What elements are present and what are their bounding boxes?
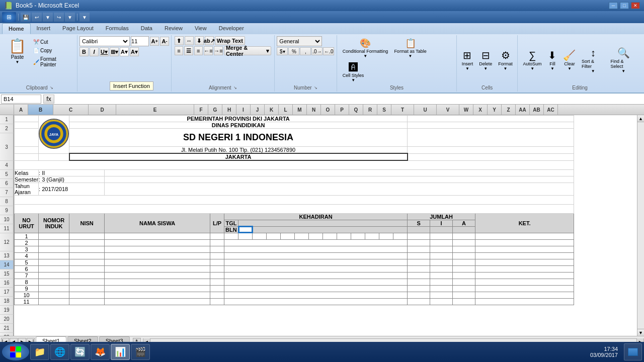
col-header-AC[interactable]: AC <box>544 105 558 115</box>
row-num-5[interactable]: 5 <box>0 170 14 179</box>
format-painter-button[interactable]: 🖌️Format Painter <box>31 55 74 68</box>
find-select-button[interactable]: 🔍 Find & Select ▼ <box>608 45 639 75</box>
row-num-6[interactable]: 6 <box>0 179 14 188</box>
cell-T21[interactable] <box>408 272 430 279</box>
cell-C23[interactable] <box>69 285 105 292</box>
align-top-button[interactable]: ⬆ <box>175 36 184 45</box>
tab-data[interactable]: Data <box>135 23 158 34</box>
cell-A9[interactable]: Tahun Ajaran <box>15 183 39 195</box>
cell-G25[interactable] <box>224 298 408 305</box>
cell-H15[interactable] <box>238 233 253 239</box>
cell-rest-9[interactable] <box>105 183 574 195</box>
format-as-table-button[interactable]: 📋 Format as Table ▼ <box>391 36 429 60</box>
tab-review[interactable]: Review <box>158 23 189 34</box>
col-header-N[interactable]: N <box>307 105 321 115</box>
cell-U24[interactable] <box>430 292 453 298</box>
row-num-13[interactable]: 13 <box>0 251 14 260</box>
font-color-button[interactable]: A▾ <box>130 47 139 56</box>
increase-indent-button[interactable]: →≡ <box>214 46 223 55</box>
cell-F16[interactable] <box>210 239 224 246</box>
row-num-19[interactable]: 19 <box>0 306 14 315</box>
cell-A2[interactable] <box>15 122 39 129</box>
cell-U19[interactable] <box>430 259 453 265</box>
row-num-17[interactable]: 17 <box>0 288 14 297</box>
cell-F18[interactable] <box>210 252 224 259</box>
cell-F21[interactable] <box>210 272 224 279</box>
comma-button[interactable]: , <box>300 47 311 55</box>
font-family-select[interactable]: Calibri <box>79 36 130 46</box>
col-header-U[interactable]: U <box>414 105 437 115</box>
fill-color-button[interactable]: A▾ <box>120 47 129 56</box>
cell-W20[interactable] <box>475 265 574 272</box>
cell-W15[interactable] <box>475 233 574 239</box>
cell-T1[interactable] <box>408 116 574 122</box>
cell-F20[interactable] <box>210 265 224 272</box>
cell-N15[interactable] <box>323 233 337 239</box>
cell-U16[interactable] <box>430 239 453 246</box>
cell-G15[interactable] <box>224 233 238 239</box>
cell-O15[interactable] <box>337 233 351 239</box>
underline-button[interactable]: U▾ <box>100 47 109 56</box>
cell-V22[interactable] <box>453 279 475 285</box>
cell-B5[interactable] <box>39 153 69 160</box>
cell-B12-nomor-induk[interactable]: NOMOR INDUK <box>39 213 69 233</box>
col-header-B[interactable]: B <box>28 105 53 115</box>
customize-qat[interactable]: ▼ <box>79 13 90 22</box>
wrap-text-button[interactable]: Wrap Text <box>215 36 245 45</box>
cell-G12-kehadiran[interactable]: KEHADIRAN <box>224 213 408 220</box>
cell-T2[interactable] <box>408 122 574 129</box>
cell-U14[interactable] <box>430 226 453 233</box>
align-center-button[interactable]: ☰ <box>184 46 193 55</box>
cell-B19[interactable] <box>39 259 69 265</box>
cell-A22-no8[interactable]: 8 <box>15 279 39 285</box>
row-num-10[interactable]: 10 <box>0 215 14 224</box>
cell-W18[interactable] <box>475 252 574 259</box>
col-header-G[interactable]: G <box>208 105 222 115</box>
cell-V24[interactable] <box>453 292 475 298</box>
scroll-up-button[interactable]: ▲ <box>637 115 645 122</box>
cell-F17[interactable] <box>210 246 224 252</box>
name-box[interactable] <box>1 95 41 104</box>
cell-W17[interactable] <box>475 246 574 252</box>
cell-G23[interactable] <box>224 285 408 292</box>
cell-T19[interactable] <box>408 259 430 265</box>
cell-G20[interactable] <box>224 265 408 272</box>
cell-D18[interactable] <box>105 252 210 259</box>
col-header-T[interactable]: T <box>391 105 414 115</box>
cell-D15[interactable] <box>105 233 210 239</box>
cell-F22[interactable] <box>210 279 224 285</box>
col-header-H[interactable]: H <box>222 105 236 115</box>
cell-V17[interactable] <box>453 246 475 252</box>
col-header-Y[interactable]: Y <box>488 105 502 115</box>
save-button[interactable]: 💾 <box>21 13 31 22</box>
cell-T5[interactable] <box>408 153 574 160</box>
row-num-9[interactable]: 9 <box>0 206 14 215</box>
cell-D17[interactable] <box>105 246 210 252</box>
cell-B22[interactable] <box>39 279 69 285</box>
increase-decimal-button[interactable]: .0→ <box>311 47 323 55</box>
autosum-button[interactable]: ∑ AutoSum ▼ <box>521 48 544 72</box>
row-num-1[interactable]: 1 <box>0 115 14 124</box>
cell-A7[interactable]: Kelas <box>15 169 39 176</box>
cell-C22[interactable] <box>69 279 105 285</box>
cell-T17[interactable] <box>408 246 430 252</box>
decrease-decimal-button[interactable]: ←.0 <box>323 47 334 55</box>
cut-button[interactable]: ✂️Cut <box>31 38 74 46</box>
row-num-2[interactable]: 2 <box>0 124 14 133</box>
cell-C4[interactable]: Jl. Melati Putih No. 100 Tlp. (021) 1234… <box>69 147 408 154</box>
cell-A15-no1[interactable]: 1 <box>15 233 39 239</box>
currency-button[interactable]: $▾ <box>277 47 288 55</box>
borders-button[interactable]: ⊞▾ <box>110 47 119 56</box>
cell-A23-no9[interactable]: 9 <box>15 285 39 292</box>
tab-formulas[interactable]: Formulas <box>100 23 135 34</box>
cell-V23[interactable] <box>453 285 475 292</box>
align-bottom-button[interactable]: ⬇ <box>195 36 204 45</box>
cell-R15[interactable] <box>379 233 393 239</box>
cell-row10[interactable] <box>15 195 574 204</box>
cell-row6[interactable] <box>15 160 574 169</box>
cell-V15[interactable] <box>453 233 475 239</box>
cell-T16[interactable] <box>408 239 430 246</box>
cell-F25[interactable] <box>210 298 224 305</box>
undo-dropdown[interactable]: ▼ <box>43 13 53 22</box>
cell-W21[interactable] <box>475 272 574 279</box>
